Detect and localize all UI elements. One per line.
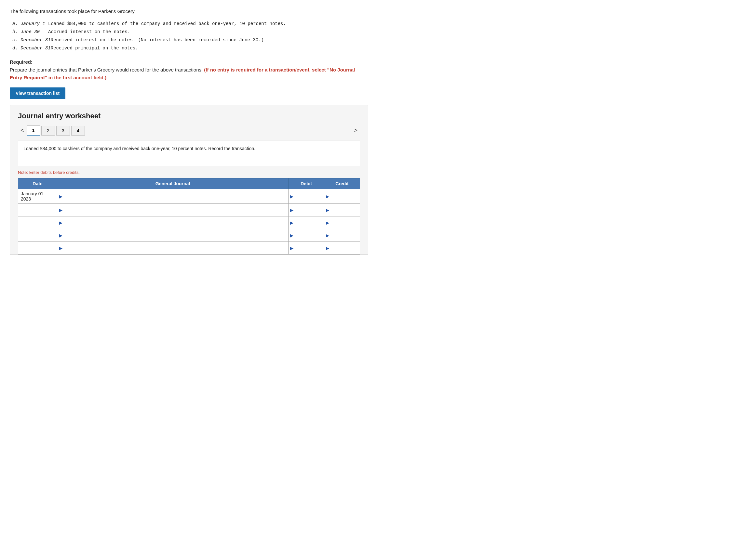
- credit-arrow-icon: ▶: [324, 246, 331, 251]
- general-journal-cell-2[interactable]: ▶: [57, 216, 288, 229]
- header-general-journal: General Journal: [57, 178, 288, 189]
- trans-text-b: Accrued interest on the notes.: [48, 28, 130, 36]
- trans-label-c: c. December 31: [13, 36, 51, 44]
- journal-table: Date General Journal Debit Credit Januar…: [18, 178, 360, 254]
- general-journal-input-4[interactable]: [65, 242, 288, 254]
- debit-input-3[interactable]: [295, 229, 324, 242]
- credit-cell-4[interactable]: ▶: [324, 242, 360, 254]
- nav-right-arrow[interactable]: >: [351, 126, 360, 135]
- credit-input-1[interactable]: [331, 204, 360, 216]
- debit-cell-3[interactable]: ▶: [288, 229, 324, 242]
- table-row: January 01,2023▶▶▶: [18, 189, 360, 204]
- transaction-a: a. January 1 Loaned $84,000 to cashiers …: [13, 20, 368, 28]
- debit-input-1[interactable]: [295, 204, 324, 216]
- debit-input-0[interactable]: [295, 190, 324, 202]
- required-section: Required: Prepare the journal entries th…: [10, 58, 368, 82]
- general-journal-cell-4[interactable]: ▶: [57, 242, 288, 254]
- credit-input-3[interactable]: [331, 229, 360, 242]
- general-journal-cell-3[interactable]: ▶: [57, 229, 288, 242]
- row-arrow-icon: ▶: [57, 194, 65, 199]
- date-cell-4: [18, 242, 57, 254]
- row-arrow-icon: ▶: [57, 208, 65, 213]
- trans-text-d: Received principal on the notes.: [51, 44, 138, 52]
- debit-credit-note: Note: Enter debits before credits.: [18, 170, 360, 175]
- credit-arrow-icon: ▶: [324, 208, 331, 213]
- required-title: Required:: [10, 59, 33, 65]
- view-transaction-list-button[interactable]: View transaction list: [10, 88, 66, 99]
- credit-cell-2[interactable]: ▶: [324, 216, 360, 229]
- debit-cell-0[interactable]: ▶: [288, 189, 324, 204]
- journal-worksheet: Journal entry worksheet < 1 2 3 4 > Loan…: [10, 105, 368, 255]
- header-credit: Credit: [324, 178, 360, 189]
- table-header-row: Date General Journal Debit Credit: [18, 178, 360, 189]
- debit-arrow-icon: ▶: [288, 194, 295, 199]
- general-journal-cell-0[interactable]: ▶: [57, 189, 288, 204]
- credit-arrow-icon: ▶: [324, 220, 331, 225]
- table-row: ▶▶▶: [18, 216, 360, 229]
- date-cell-1: [18, 204, 57, 216]
- tab-2[interactable]: 2: [41, 126, 55, 136]
- worksheet-title: Journal entry worksheet: [18, 112, 360, 120]
- general-journal-input-1[interactable]: [65, 204, 288, 216]
- table-row: ▶▶▶: [18, 229, 360, 242]
- nav-left-arrow[interactable]: <: [18, 126, 27, 135]
- trans-label-d: d. December 31: [13, 44, 51, 52]
- general-journal-input-3[interactable]: [65, 229, 288, 242]
- credit-input-4[interactable]: [331, 242, 360, 254]
- trans-text-c: Received interest on the notes. (No inte…: [51, 36, 264, 44]
- required-body: Prepare the journal entries that Parker'…: [10, 67, 202, 72]
- credit-arrow-icon: ▶: [324, 194, 331, 199]
- date-cell-2: [18, 216, 57, 229]
- transaction-d: d. December 31 Received principal on the…: [13, 44, 368, 52]
- header-date: Date: [18, 178, 57, 189]
- row-arrow-icon: ▶: [57, 220, 65, 225]
- tab-navigation: < 1 2 3 4 >: [18, 125, 360, 136]
- credit-cell-0[interactable]: ▶: [324, 189, 360, 204]
- credit-cell-1[interactable]: ▶: [324, 204, 360, 216]
- debit-input-4[interactable]: [295, 242, 324, 254]
- date-cell-0: January 01,2023: [18, 189, 57, 204]
- date-cell-3: [18, 229, 57, 242]
- debit-cell-2[interactable]: ▶: [288, 216, 324, 229]
- trans-label-b: b. June 30: [13, 28, 48, 36]
- tab-4[interactable]: 4: [71, 126, 85, 136]
- debit-arrow-icon: ▶: [288, 233, 295, 238]
- debit-arrow-icon: ▶: [288, 220, 295, 225]
- transaction-c: c. December 31 Received interest on the …: [13, 36, 368, 44]
- general-journal-cell-1[interactable]: ▶: [57, 204, 288, 216]
- debit-cell-1[interactable]: ▶: [288, 204, 324, 216]
- transactions-list: a. January 1 Loaned $84,000 to cashiers …: [13, 20, 368, 53]
- header-debit: Debit: [288, 178, 324, 189]
- credit-arrow-icon: ▶: [324, 233, 331, 238]
- row-arrow-icon: ▶: [57, 246, 65, 251]
- transaction-description: Loaned $84,000 to cashiers of the compan…: [18, 140, 360, 166]
- row-arrow-icon: ▶: [57, 233, 65, 238]
- transaction-b: b. June 30 Accrued interest on the notes…: [13, 28, 368, 36]
- tab-3[interactable]: 3: [56, 126, 70, 136]
- table-row: ▶▶▶: [18, 204, 360, 216]
- intro-text: The following transactions took place fo…: [10, 8, 368, 15]
- debit-input-2[interactable]: [295, 216, 324, 229]
- debit-arrow-icon: ▶: [288, 246, 295, 251]
- general-journal-input-2[interactable]: [65, 216, 288, 229]
- trans-label-a: a. January 1: [13, 20, 48, 28]
- table-row: ▶▶▶: [18, 242, 360, 254]
- tab-1[interactable]: 1: [27, 125, 40, 136]
- credit-input-0[interactable]: [331, 190, 360, 202]
- credit-input-2[interactable]: [331, 216, 360, 229]
- general-journal-input-0[interactable]: [65, 190, 288, 202]
- trans-text-a: Loaned $84,000 to cashiers of the compan…: [48, 20, 286, 28]
- credit-cell-3[interactable]: ▶: [324, 229, 360, 242]
- debit-arrow-icon: ▶: [288, 208, 295, 213]
- debit-cell-4[interactable]: ▶: [288, 242, 324, 254]
